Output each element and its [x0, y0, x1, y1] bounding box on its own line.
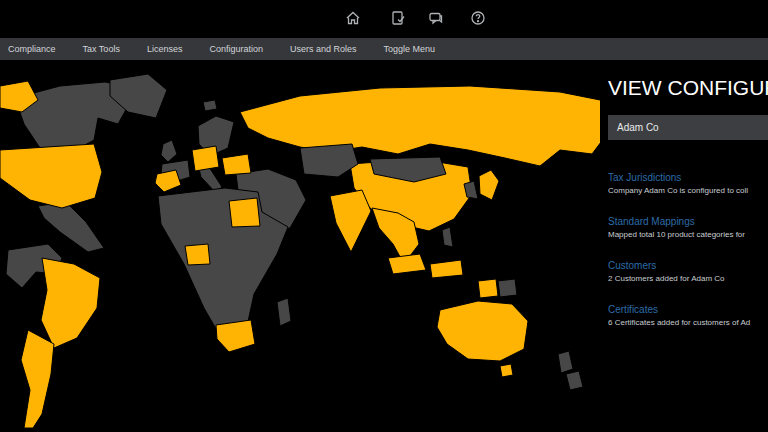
chat-icon[interactable]: [428, 10, 444, 26]
home-icon[interactable]: [345, 10, 361, 26]
standard-mappings-link[interactable]: Standard Mappings: [608, 215, 768, 228]
page-title: VIEW CONFIGURATION: [608, 76, 768, 100]
company-select[interactable]: Adam Co: [608, 115, 768, 140]
certificates-description: 6 Certificates added for customers of Ad: [608, 316, 768, 329]
region-brazil: [41, 258, 100, 348]
standard-mappings-description: Mapped total 10 product categories for: [608, 228, 768, 241]
region-tasmania: [500, 364, 513, 377]
region-west-new-guinea: [478, 279, 498, 298]
main-nav: Compliance Tax Tools Licenses Configurat…: [0, 38, 768, 60]
tax-jurisdictions-link[interactable]: Tax Jurisdictions: [608, 171, 768, 184]
section-customers: Customers 2 Customers added for Adam Co: [608, 259, 768, 285]
main-content: VIEW CONFIGURATION Adam Co Tax Jurisdict…: [0, 60, 768, 432]
customers-description: 2 Customers added for Adam Co: [608, 272, 768, 285]
section-standard-mappings: Standard Mappings Mapped total 10 produc…: [608, 215, 768, 241]
world-map[interactable]: [0, 60, 610, 432]
form-check-icon[interactable]: [390, 10, 406, 26]
region-indonesia-west: [388, 254, 426, 274]
region-ukraine: [222, 154, 251, 175]
region-south-africa: [216, 320, 255, 352]
region-kazakhstan: [300, 144, 358, 177]
nav-item-users-roles[interactable]: Users and Roles: [290, 38, 357, 60]
nav-item-configuration[interactable]: Configuration: [209, 38, 263, 60]
region-japan: [479, 170, 499, 200]
region-italy: [199, 167, 222, 192]
region-australia: [437, 301, 528, 361]
region-egypt: [229, 198, 260, 227]
region-iceland: [203, 100, 217, 111]
region-india: [330, 190, 371, 252]
customers-link[interactable]: Customers: [608, 259, 768, 272]
region-spain: [155, 170, 181, 192]
region-new-zealand: [558, 351, 583, 390]
nav-item-tax-tools[interactable]: Tax Tools: [83, 38, 120, 60]
tax-jurisdictions-description: Company Adam Co is configured to coll: [608, 184, 768, 197]
certificates-link[interactable]: Certificates: [608, 303, 768, 316]
configuration-sections: Tax Jurisdictions Company Adam Co is con…: [608, 171, 768, 329]
section-certificates: Certificates 6 Certificates added for cu…: [608, 303, 768, 329]
nav-item-toggle-menu[interactable]: Toggle Menu: [384, 38, 436, 60]
region-philippines: [442, 227, 453, 247]
help-icon[interactable]: [470, 10, 486, 26]
region-usa: [0, 144, 102, 208]
region-russia: [240, 86, 610, 166]
region-indonesia-east: [430, 260, 463, 278]
region-uk: [161, 140, 177, 162]
region-new-guinea-east: [498, 279, 517, 297]
region-madagascar: [277, 298, 291, 326]
section-tax-jurisdictions: Tax Jurisdictions Company Adam Co is con…: [608, 171, 768, 197]
region-argentina-chile: [21, 330, 54, 428]
region-nigeria: [185, 244, 210, 265]
top-icon-bar: [0, 0, 768, 38]
region-germany-poland: [192, 146, 219, 171]
nav-item-licenses[interactable]: Licenses: [147, 38, 183, 60]
configuration-panel: VIEW CONFIGURATION Adam Co Tax Jurisdict…: [600, 60, 768, 432]
nav-item-compliance[interactable]: Compliance: [8, 38, 56, 60]
